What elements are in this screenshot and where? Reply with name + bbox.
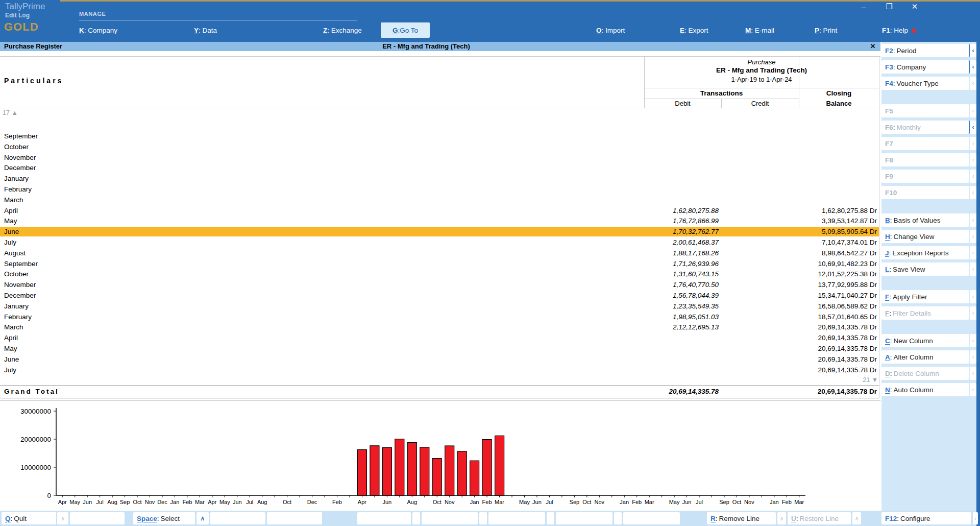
shortcut-key: L bbox=[885, 266, 889, 273]
expand-arrow-icon[interactable]: ‹ bbox=[970, 170, 976, 183]
sidebar-button-face[interactable]: F4:Voucher Type bbox=[881, 77, 969, 90]
sidebar-button-face[interactable]: F9 bbox=[881, 170, 969, 183]
svg-text:Mar: Mar bbox=[495, 499, 504, 505]
button-label: New Column bbox=[894, 337, 933, 345]
expand-arrow-icon[interactable]: ‹ bbox=[970, 186, 976, 199]
table-row[interactable]: February bbox=[0, 184, 879, 194]
menu-item-help[interactable]: F1: Help bbox=[882, 27, 916, 34]
table-row[interactable]: January bbox=[0, 174, 879, 183]
expand-arrow-icon[interactable]: ‹ bbox=[970, 213, 976, 227]
table-row[interactable]: July20,69,14,335.78 Dr bbox=[0, 365, 879, 375]
table-row[interactable]: December bbox=[0, 163, 879, 173]
table-row[interactable]: November1,76,40,770.5013,77,92,995.88 Dr bbox=[0, 280, 879, 290]
transactions-column-header: Transactions bbox=[644, 89, 799, 97]
report-close-icon[interactable]: ✕ bbox=[867, 42, 879, 51]
sidebar-button-face[interactable]: F2:Period bbox=[881, 44, 969, 57]
expand-arrow-icon[interactable]: ‹ bbox=[970, 77, 976, 90]
expand-arrow-icon[interactable]: ‹ bbox=[970, 262, 976, 276]
sidebar-button-face[interactable]: D:Delete Column bbox=[881, 367, 969, 380]
table-row[interactable]: February1,98,95,051.0318,57,01,640.65 Dr bbox=[0, 312, 879, 322]
sidebar-button-face[interactable]: F3:Company bbox=[881, 60, 969, 74]
expand-arrow-icon[interactable]: ‹ bbox=[970, 306, 976, 320]
configure-button[interactable]: F12: Configure bbox=[881, 512, 971, 524]
header-divider-line bbox=[644, 88, 879, 88]
menu-item-import[interactable]: O: Import bbox=[596, 27, 625, 34]
caret-icon[interactable]: ∧ bbox=[852, 512, 861, 524]
expand-arrow-icon[interactable]: ‹ bbox=[970, 230, 976, 243]
table-row[interactable]: November bbox=[0, 153, 879, 162]
month-label: April bbox=[4, 206, 18, 216]
shortcut-key: F9 bbox=[885, 173, 893, 180]
sidebar-button-face[interactable]: L:Save View bbox=[881, 262, 969, 276]
table-row[interactable]: October1,31,60,743.1512,01,52,225.38 Dr bbox=[0, 269, 879, 279]
table-row[interactable]: June1,70,32,762.775,09,85,905.64 Dr bbox=[0, 227, 879, 236]
expand-arrow-icon[interactable]: ‹ bbox=[969, 60, 976, 74]
expand-arrow-icon[interactable]: ‹ bbox=[970, 137, 976, 150]
sidebar-button-face[interactable]: F5 bbox=[881, 104, 969, 117]
closing-balance-value: 16,58,06,589.62 Dr bbox=[724, 301, 877, 311]
sidebar-button-c-new-column: C:New Column‹ bbox=[881, 334, 976, 347]
key-separator: : bbox=[327, 27, 331, 34]
table-row[interactable]: September bbox=[0, 131, 879, 141]
expand-arrow-icon[interactable]: ‹ bbox=[969, 44, 976, 57]
window-minimize-icon[interactable]: – bbox=[853, 1, 874, 12]
menu-item-export[interactable]: E: Export bbox=[680, 27, 708, 34]
table-row[interactable]: July2,00,61,468.377,10,47,374.01 Dr bbox=[0, 237, 879, 247]
sidebar-button-face[interactable]: N:Auto Column bbox=[881, 383, 969, 396]
menu-item-company[interactable]: K: Company bbox=[79, 27, 117, 34]
window-close-icon[interactable]: ✕ bbox=[904, 1, 925, 12]
table-row[interactable]: May1,76,72,866.993,39,53,142.87 Dr bbox=[0, 216, 879, 226]
expand-arrow-icon[interactable]: ‹ bbox=[970, 350, 976, 364]
sidebar-button-face[interactable]: F10 bbox=[881, 186, 969, 199]
balance-column-header: Balance bbox=[799, 100, 879, 107]
svg-text:Feb: Feb bbox=[482, 499, 492, 505]
expand-arrow-icon[interactable]: ‹ bbox=[970, 367, 976, 380]
restore-line-button[interactable]: U: Restore Line bbox=[788, 512, 851, 524]
expand-arrow-icon[interactable]: ‹ bbox=[973, 512, 978, 524]
key-separator: : bbox=[893, 63, 895, 71]
menu-item-go-to[interactable]: G: Go To bbox=[381, 22, 430, 38]
table-row[interactable]: August1,88,17,168.268,98,64,542.27 Dr bbox=[0, 248, 879, 258]
shortcut-key: F12 bbox=[885, 515, 897, 522]
table-row[interactable]: April1,62,80,275.881,62,80,275.88 Dr bbox=[0, 206, 879, 216]
table-row[interactable]: May20,69,14,335.78 Dr bbox=[0, 344, 879, 353]
sidebar-button-face[interactable]: H:Change View bbox=[881, 230, 969, 243]
expand-arrow-icon[interactable]: ‹ bbox=[970, 334, 976, 347]
caret-icon[interactable]: ∧ bbox=[777, 512, 786, 524]
sidebar-button-face[interactable]: C:New Column bbox=[881, 334, 969, 347]
table-row[interactable]: December1,56,78,044.3915,34,71,040.27 Dr bbox=[0, 291, 879, 300]
select-button[interactable]: Space: Select bbox=[133, 512, 195, 524]
expand-arrow-icon[interactable]: ‹ bbox=[970, 246, 976, 259]
quit-button[interactable]: Q: Quit bbox=[2, 512, 56, 524]
expand-arrow-icon[interactable]: ‹ bbox=[970, 153, 976, 166]
sidebar-button-face[interactable]: F7 bbox=[881, 137, 969, 150]
expand-arrow-icon[interactable]: ‹ bbox=[970, 383, 976, 396]
menu-item-exchange[interactable]: Z: Exchange bbox=[323, 27, 362, 34]
table-row[interactable]: January1,23,35,549.3516,58,06,589.62 Dr bbox=[0, 301, 879, 311]
caret-icon[interactable]: ∧ bbox=[57, 512, 68, 524]
caret-icon[interactable]: ∧ bbox=[197, 512, 209, 524]
table-row[interactable]: March2,12,12,695.1320,69,14,335.78 Dr bbox=[0, 322, 879, 332]
sidebar-button-face[interactable]: A:Alter Column bbox=[881, 350, 969, 364]
expand-arrow-icon[interactable]: ‹ bbox=[969, 121, 976, 134]
menu-item-data[interactable]: Y: Data bbox=[194, 27, 217, 34]
table-row[interactable]: June20,69,14,335.78 Dr bbox=[0, 354, 879, 364]
sidebar-button-face[interactable]: F:Apply Filter bbox=[881, 290, 969, 303]
sidebar-button-face[interactable]: J:Exception Reports bbox=[881, 246, 969, 259]
menu-item-e-mail[interactable]: M: E-mail bbox=[745, 27, 774, 34]
expand-arrow-icon[interactable]: ‹ bbox=[970, 104, 976, 117]
sidebar-button-face[interactable]: B:Basis of Values bbox=[881, 213, 969, 227]
sidebar-button-h-change-view: H:Change View‹ bbox=[881, 230, 976, 243]
expand-arrow-icon[interactable]: ‹ bbox=[970, 290, 976, 303]
table-row[interactable]: September1,71,26,939.9610,69,91,482.23 D… bbox=[0, 259, 879, 269]
window-maximize-icon[interactable]: ❐ bbox=[879, 1, 899, 12]
sidebar-button-face[interactable]: F6:Monthly bbox=[881, 121, 969, 134]
sidebar-button-face[interactable]: F:Filter Details bbox=[881, 306, 969, 320]
menu-item-print[interactable]: P: Print bbox=[815, 27, 837, 34]
remove-line-button[interactable]: R: Remove Line bbox=[707, 512, 776, 524]
svg-text:Feb: Feb bbox=[182, 499, 192, 505]
table-row[interactable]: March bbox=[0, 195, 879, 205]
table-row[interactable]: April20,69,14,335.78 Dr bbox=[0, 333, 879, 343]
sidebar-button-face[interactable]: F8 bbox=[881, 153, 969, 166]
table-row[interactable]: October bbox=[0, 142, 879, 152]
